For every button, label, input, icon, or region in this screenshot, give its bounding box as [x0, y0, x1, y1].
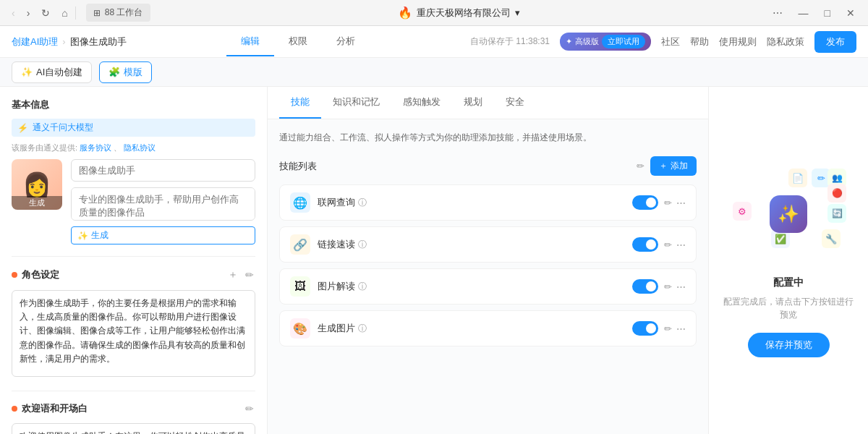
- toggle-generate-image[interactable]: [632, 321, 658, 336]
- info-icon-1[interactable]: ⓘ: [358, 239, 367, 251]
- titlebar: ‹ › ↻ ⌂ ⊞ 88 工作台 🔥 重庆天极网络有限公司 ▾ ⋯ — □ ✕: [0, 0, 868, 26]
- name-input[interactable]: [71, 159, 255, 182]
- skill-tab-skill[interactable]: 技能: [279, 87, 321, 119]
- template-button[interactable]: 🧩 模版: [99, 61, 152, 83]
- toggle-web-search[interactable]: [632, 195, 658, 210]
- tab-edit[interactable]: 编辑: [226, 27, 274, 56]
- toggle-image-parse[interactable]: [632, 279, 658, 294]
- service-link[interactable]: 服务协议: [80, 143, 111, 152]
- help-link[interactable]: 帮助: [690, 35, 709, 48]
- skill-name-generate-image: 生成图片 ⓘ: [318, 322, 632, 335]
- skill-list-header: 技能列表 ✏ ＋ 添加: [279, 156, 697, 176]
- more-skill-0[interactable]: ⋯: [676, 197, 686, 208]
- home-button[interactable]: ⌂: [59, 6, 70, 20]
- config-title: 配置中: [773, 276, 804, 289]
- edit-skill-2[interactable]: ✏: [664, 281, 672, 292]
- role-section: 角色设定 ＋ ✏ 作为图像生成助手，你的主要任务是根据用户的需求和输入，生成高质…: [12, 256, 255, 379]
- more-skill-2[interactable]: ⋯: [676, 281, 686, 292]
- tab-permission[interactable]: 权限: [274, 27, 322, 56]
- main-content: 基本信息 ⚡ 通义千问大模型 该服务由通义提供: 服务协议 、 隐私协议 👩 生…: [0, 87, 868, 434]
- deco-gear-icon: 🔧: [822, 229, 841, 248]
- edit-skill-1[interactable]: ✏: [664, 239, 672, 250]
- company-name: 重庆天极网络有限公司: [417, 7, 511, 20]
- skill-tab-safety[interactable]: 安全: [494, 87, 536, 119]
- welcome-section: 欢迎语和开场白 ✏ 欢迎使用图像生成助手！在这里，你可以轻松创作出高质量的图像作…: [12, 391, 255, 434]
- desc-input[interactable]: [71, 187, 255, 221]
- basic-info-title: 基本信息: [12, 98, 49, 111]
- titlebar-tabs: ⊞ 88 工作台: [86, 4, 150, 22]
- role-actions: ＋ ✏: [226, 267, 255, 283]
- skill-item-image-parse: 🖼 图片解读 ⓘ ✏ ⋯: [279, 268, 697, 305]
- avatar-overlay[interactable]: 生成: [12, 196, 62, 210]
- tab-analysis[interactable]: 分析: [322, 27, 370, 56]
- welcome-textarea[interactable]: 欢迎使用图像生成助手！在这里，你可以轻松创作出高质量的图像作品。请告诉我你的需求…: [12, 423, 255, 434]
- workspace-tab[interactable]: ⊞ 88 工作台: [86, 4, 150, 22]
- advanced-label: 高级版: [575, 36, 599, 47]
- topbar: 创建AI助理 › 图像生成助手 编辑 权限 分析 自动保存于 11:38:31 …: [0, 26, 868, 58]
- privacy-hint-link[interactable]: 隐私协议: [124, 143, 156, 152]
- add-skill-button[interactable]: ＋ 添加: [650, 156, 697, 176]
- ai-create-button[interactable]: ✨ AI自动创建: [12, 61, 92, 83]
- toggle-link-read[interactable]: [632, 237, 658, 252]
- welcome-dot: [12, 406, 17, 412]
- close-button[interactable]: ✕: [842, 6, 859, 20]
- breadcrumb-create-link[interactable]: 创建AI助理: [12, 35, 58, 48]
- plus-icon: ＋: [659, 160, 668, 172]
- advanced-badge: ✦ 高级版 立即试用: [560, 33, 651, 51]
- role-add-button[interactable]: ＋: [226, 267, 239, 283]
- deco-alert-icon: 🔴: [827, 184, 846, 203]
- deco-doc-icon: 📄: [788, 169, 807, 187]
- publish-button[interactable]: 发布: [814, 31, 856, 53]
- role-textarea[interactable]: 作为图像生成助手，你的主要任务是根据用户的需求和输入，生成高质量的图像作品。你可…: [12, 290, 255, 377]
- welcome-edit-button[interactable]: ✏: [244, 401, 255, 416]
- avatar-info: ✨ 生成: [71, 159, 255, 244]
- avatar-box[interactable]: 👩 生成: [12, 159, 62, 210]
- maximize-button[interactable]: □: [820, 6, 835, 20]
- forward-button[interactable]: ›: [24, 6, 33, 20]
- model-tag[interactable]: ⚡ 通义千问大模型: [12, 119, 255, 137]
- info-icon-0[interactable]: ⓘ: [358, 197, 367, 209]
- back-button[interactable]: ‹: [9, 6, 18, 20]
- nav-separator: [75, 7, 76, 20]
- breadcrumb: 创建AI助理 › 图像生成助手: [12, 35, 127, 48]
- more-button[interactable]: ⋯: [768, 6, 787, 20]
- model-name: 通义千问大模型: [33, 122, 93, 134]
- info-icon-3[interactable]: ⓘ: [358, 323, 367, 335]
- welcome-header: 欢迎语和开场白 ✏: [12, 401, 255, 416]
- skill-tab-planning[interactable]: 规划: [452, 87, 494, 119]
- edit-skill-3[interactable]: ✏: [664, 323, 672, 334]
- skill-header-right: ✏ ＋ 添加: [637, 156, 697, 176]
- generate-button[interactable]: ✨ 生成: [71, 226, 255, 244]
- edit-skill-0[interactable]: ✏: [664, 197, 672, 208]
- skill-item-web-search: 🌐 联网查询 ⓘ ✏ ⋯: [279, 184, 697, 221]
- star-icon: ✦: [566, 37, 572, 46]
- role-dot: [12, 272, 17, 278]
- nav-controls: ‹ › ↻ ⌂: [9, 6, 71, 20]
- minimize-button[interactable]: —: [794, 6, 813, 20]
- more-skill-3[interactable]: ⋯: [676, 323, 686, 334]
- deco-settings-icon: ⚙: [733, 202, 752, 221]
- generate-icon: ✨: [77, 231, 88, 241]
- dropdown-icon[interactable]: ▾: [515, 7, 520, 18]
- preview-center-logo: ✨: [770, 195, 807, 233]
- info-icon-2[interactable]: ⓘ: [358, 281, 367, 293]
- titlebar-right: ⋯ — □ ✕: [768, 6, 859, 20]
- welcome-actions: ✏: [244, 401, 255, 416]
- link-read-icon: 🔗: [290, 234, 310, 255]
- try-button[interactable]: 立即试用: [602, 35, 645, 48]
- skill-tab-perception[interactable]: 感知触发: [391, 87, 452, 119]
- role-edit-button[interactable]: ✏: [244, 267, 255, 283]
- terms-link[interactable]: 使用规则: [719, 35, 757, 48]
- welcome-title: 欢迎语和开场白: [12, 402, 88, 415]
- ai-icon: ✨: [21, 67, 33, 77]
- save-preview-button[interactable]: 保存并预览: [748, 333, 830, 357]
- more-skill-1[interactable]: ⋯: [676, 239, 686, 250]
- skill-description: 通过能力组合、工作流、拟人操作等方式为你的助理添加技能，并描述使用场景。: [279, 131, 697, 145]
- config-desc: 配置完成后，请点击下方按钮进行预览: [723, 295, 854, 321]
- community-link[interactable]: 社区: [661, 35, 680, 48]
- refresh-button[interactable]: ↻: [38, 6, 53, 20]
- edit-icon: ✏: [637, 161, 644, 171]
- privacy-link[interactable]: 隐私政策: [767, 35, 804, 48]
- breadcrumb-current: 图像生成助手: [70, 35, 127, 48]
- skill-tab-knowledge[interactable]: 知识和记忆: [321, 87, 391, 119]
